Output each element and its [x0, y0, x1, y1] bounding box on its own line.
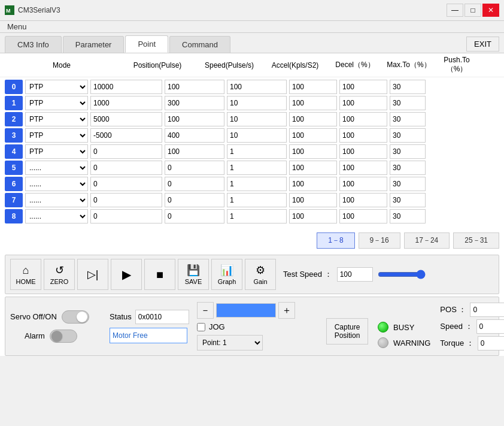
- maxto-input-8[interactable]: [339, 209, 387, 223]
- speed-input-5[interactable]: [165, 161, 224, 175]
- minus-button[interactable]: －: [197, 302, 214, 319]
- pushto-input-2[interactable]: [390, 112, 426, 126]
- decel-input-4[interactable]: [289, 144, 337, 159]
- position-input-6[interactable]: [90, 177, 162, 191]
- page-btn-1-8[interactable]: 1－8: [317, 232, 354, 249]
- mode-select-1[interactable]: PTP PTP ABS ......: [25, 96, 88, 110]
- servo-toggle[interactable]: [62, 310, 89, 324]
- progress-bar[interactable]: [216, 303, 276, 318]
- speed-input-2[interactable]: [165, 112, 224, 126]
- menu-item-menu[interactable]: Menu: [5, 21, 29, 32]
- page-btn-9-16[interactable]: 9－16: [359, 232, 400, 249]
- speed-input-7[interactable]: [165, 193, 224, 207]
- accel-input-2[interactable]: [227, 112, 287, 126]
- mode-select-7[interactable]: ...... PTP ABS ......: [25, 193, 88, 207]
- accel-input-8[interactable]: [227, 209, 287, 223]
- pushto-input-4[interactable]: [390, 144, 426, 159]
- maxto-input-4[interactable]: [339, 144, 387, 159]
- position-input-0[interactable]: [90, 80, 162, 94]
- gain-button[interactable]: ⚙ Gain: [245, 259, 276, 290]
- position-input-3[interactable]: [90, 128, 162, 143]
- jog-checkbox[interactable]: [197, 323, 205, 331]
- plus-button[interactable]: ＋: [278, 302, 295, 319]
- maxto-input-3[interactable]: [339, 128, 387, 143]
- mode-select-3[interactable]: PTP PTP ABS ......: [25, 128, 88, 143]
- minimize-button[interactable]: —: [447, 4, 463, 17]
- table-row: 6 ...... PTP ABS ......: [5, 177, 499, 191]
- graph-button[interactable]: 📊 Graph: [211, 259, 242, 290]
- pushto-input-0[interactable]: [390, 80, 426, 94]
- header-decel: Decel（%）: [328, 60, 382, 70]
- position-input-5[interactable]: [90, 161, 162, 175]
- position-input-4[interactable]: [90, 144, 162, 159]
- maxto-input-2[interactable]: [339, 112, 387, 126]
- tab-command[interactable]: Command: [169, 36, 230, 53]
- save-button[interactable]: 💾 SAVE: [178, 259, 209, 290]
- capture-position-button[interactable]: Capture Position: [326, 318, 368, 345]
- position-input-8[interactable]: [90, 209, 162, 223]
- alarm-toggle[interactable]: [50, 330, 77, 343]
- point-select[interactable]: Point: 1 Point: 2 Point: 3: [197, 335, 263, 351]
- accel-input-6[interactable]: [227, 177, 287, 191]
- home-button[interactable]: ⌂ HOME: [10, 259, 41, 290]
- tab-point[interactable]: Point: [125, 35, 168, 53]
- speed-input[interactable]: [476, 319, 504, 334]
- speed-input-3[interactable]: [165, 128, 224, 143]
- speed-input-4[interactable]: [165, 144, 224, 159]
- speed-input-1[interactable]: [165, 96, 224, 110]
- test-speed-input[interactable]: [337, 267, 373, 282]
- position-input-2[interactable]: [90, 112, 162, 126]
- torque-input[interactable]: [478, 336, 504, 351]
- stop-button[interactable]: ■: [144, 259, 175, 290]
- accel-input-7[interactable]: [227, 193, 287, 207]
- decel-input-0[interactable]: [289, 80, 337, 94]
- maximize-button[interactable]: □: [464, 4, 481, 17]
- tab-parameter[interactable]: Parameter: [63, 36, 125, 53]
- tab-cm3info[interactable]: CM3 Info: [5, 36, 62, 53]
- maxto-input-7[interactable]: [339, 193, 387, 207]
- mode-select-5[interactable]: ...... PTP ABS ......: [25, 161, 88, 175]
- maxto-input-5[interactable]: [339, 161, 387, 175]
- position-input-7[interactable]: [90, 193, 162, 207]
- maxto-input-6[interactable]: [339, 177, 387, 191]
- decel-input-1[interactable]: [289, 96, 337, 110]
- page-btn-17-24[interactable]: 17－24: [404, 232, 450, 249]
- accel-input-5[interactable]: [227, 161, 287, 175]
- pushto-input-3[interactable]: [390, 128, 426, 143]
- pos-input[interactable]: [470, 303, 504, 317]
- speed-input-8[interactable]: [165, 209, 224, 223]
- maxto-input-1[interactable]: [339, 96, 387, 110]
- play-button[interactable]: ▶: [111, 259, 142, 290]
- pushto-input-8[interactable]: [390, 209, 426, 223]
- pushto-input-1[interactable]: [390, 96, 426, 110]
- step-forward-button[interactable]: ▷|: [77, 259, 108, 290]
- speed-input-0[interactable]: [165, 80, 224, 94]
- pushto-input-6[interactable]: [390, 177, 426, 191]
- status-input[interactable]: [135, 310, 189, 324]
- pushto-input-5[interactable]: [390, 161, 426, 175]
- decel-input-8[interactable]: [289, 209, 337, 223]
- decel-input-5[interactable]: [289, 161, 337, 175]
- mode-select-8[interactable]: ...... PTP ABS ......: [25, 209, 88, 223]
- speed-slider[interactable]: [378, 270, 426, 279]
- accel-input-0[interactable]: [227, 80, 287, 94]
- page-btn-25-31[interactable]: 25－31: [453, 232, 499, 249]
- position-input-1[interactable]: [90, 96, 162, 110]
- speed-input-6[interactable]: [165, 177, 224, 191]
- mode-select-2[interactable]: PTP PTP ABS ......: [25, 112, 88, 126]
- mode-select-6[interactable]: ...... PTP ABS ......: [25, 177, 88, 191]
- zero-button[interactable]: ↺ ZERO: [44, 259, 75, 290]
- decel-input-7[interactable]: [289, 193, 337, 207]
- accel-input-4[interactable]: [227, 144, 287, 159]
- mode-select-4[interactable]: PTP PTP ABS ......: [25, 144, 88, 159]
- mode-select-0[interactable]: PTP PTP ABS ......: [25, 80, 88, 94]
- decel-input-2[interactable]: [289, 112, 337, 126]
- accel-input-1[interactable]: [227, 96, 287, 110]
- accel-input-3[interactable]: [227, 128, 287, 143]
- exit-button[interactable]: EXIT: [466, 37, 499, 52]
- pushto-input-7[interactable]: [390, 193, 426, 207]
- close-button[interactable]: ✕: [482, 4, 499, 17]
- maxto-input-0[interactable]: [339, 80, 387, 94]
- decel-input-3[interactable]: [289, 128, 337, 143]
- decel-input-6[interactable]: [289, 177, 337, 191]
